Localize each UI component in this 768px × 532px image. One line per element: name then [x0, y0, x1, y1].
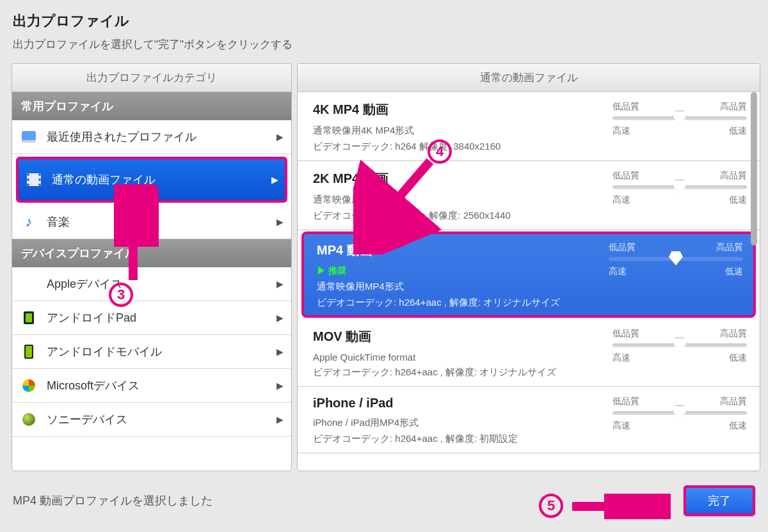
format-iphone-ipad[interactable]: iPhone / iPad iPhone / iPad用MP4形式 ビデオコーデ…	[298, 387, 760, 453]
category-label: アンドロイドPad	[47, 310, 136, 325]
category-android-mobile[interactable]: アンドロイドモバイル ▶	[12, 335, 291, 369]
chevron-right-icon: ▶	[276, 347, 284, 357]
format-codec: ビデオコーデック: h264+aac , 解像度: オリジナルサイズ	[317, 297, 561, 309]
status-text: MP4 動画プロファイルを選択しました	[13, 493, 212, 508]
film-icon	[25, 172, 43, 187]
scrollbar[interactable]	[751, 92, 757, 467]
chevron-right-icon: ▶	[276, 217, 284, 227]
quality-slider[interactable]	[612, 116, 747, 120]
format-desc: Apple QuickTime format	[313, 352, 557, 363]
format-desc: 通常映像用4K MP4形式	[313, 125, 500, 137]
quality-slider[interactable]	[612, 411, 747, 415]
chevron-right-icon: ▶	[276, 380, 284, 391]
quality-slider-block: 低品質高品質 高速低速	[612, 328, 747, 364]
format-mov[interactable]: MOV 動画 Apple QuickTime format ビデオコーデック: …	[298, 319, 760, 387]
category-recent[interactable]: 最近使用されたプロファイル ▶	[12, 120, 291, 154]
category-label: アンドロイドモバイル	[47, 344, 162, 359]
annotation-step-4: 4	[428, 139, 452, 164]
chevron-right-icon: ▶	[271, 175, 278, 185]
annotation-step-3: 3	[109, 283, 133, 307]
format-column-header: 通常の動画ファイル	[298, 64, 760, 92]
windows-icon	[20, 378, 38, 393]
format-scroll[interactable]: 4K MP4 動画 通常映像用4K MP4形式 ビデオコーデック: h264 解…	[298, 92, 760, 471]
quality-slider-block: 低品質高品質 高速低速	[612, 101, 747, 137]
monitor-icon	[20, 129, 38, 145]
annotation-arrow-5	[568, 494, 671, 519]
category-label: Microsoftデバイス	[47, 378, 140, 393]
quality-slider-block: 低品質高品質 高速低速	[612, 170, 747, 206]
chevron-right-icon: ▶	[276, 132, 284, 142]
format-desc: 通常映像用MP4形式	[317, 281, 561, 293]
recommend-badge: ▶ 推奨	[317, 265, 561, 277]
category-sony[interactable]: ソニーデバイス ▶	[12, 403, 291, 437]
quality-slider-block: 低品質高品質 高速低速	[612, 396, 747, 432]
format-desc: iPhone / iPad用MP4形式	[313, 417, 518, 429]
section-header-common: 常用プロファイル	[12, 92, 291, 120]
slider-thumb-icon[interactable]	[673, 405, 687, 419]
chevron-right-icon: ▶	[276, 279, 284, 289]
category-label: 最近使用されたプロファイル	[47, 129, 196, 145]
format-4k-mp4[interactable]: 4K MP4 動画 通常映像用4K MP4形式 ビデオコーデック: h264 解…	[298, 92, 760, 161]
slider-thumb-icon[interactable]	[673, 338, 687, 352]
category-label: ソニーデバイス	[47, 412, 127, 427]
format-title: 4K MP4 動画	[313, 101, 500, 118]
format-title: MOV 動画	[313, 328, 557, 345]
category-column-header: 出力プロファイルカテゴリ	[12, 64, 291, 92]
chevron-right-icon: ▶	[276, 414, 284, 425]
android-mobile-icon	[20, 344, 38, 359]
quality-slider[interactable]	[612, 343, 747, 347]
apple-icon	[20, 276, 38, 292]
format-codec: ビデオコーデック: h264+aac , 解像度: 初期設定	[313, 433, 518, 445]
format-panel: 通常の動画ファイル 4K MP4 動画 通常映像用4K MP4形式 ビデオコーデ…	[297, 63, 760, 471]
category-label: 音楽	[47, 214, 70, 230]
chevron-right-icon: ▶	[276, 313, 284, 323]
format-codec: ビデオコーデック: h264 解像度: 3840x2160	[313, 141, 500, 153]
slider-thumb-icon[interactable]	[669, 251, 683, 265]
quality-slider[interactable]	[612, 185, 747, 189]
android-pad-icon	[20, 310, 38, 325]
dialog-title: 出力プロファイル	[13, 12, 755, 31]
annotation-step-5: 5	[539, 494, 563, 518]
slider-thumb-icon[interactable]	[673, 180, 687, 194]
scrollbar-thumb[interactable]	[751, 92, 757, 246]
quality-slider[interactable]	[609, 257, 743, 261]
category-microsoft[interactable]: Microsoftデバイス ▶	[12, 369, 291, 403]
format-codec: ビデオコーデック: h264+aac , 解像度: オリジナルサイズ	[313, 366, 557, 379]
sony-icon	[20, 412, 38, 427]
quality-slider-block: 低品質高品質 高速低速	[609, 242, 743, 278]
svg-line-1	[366, 161, 430, 235]
category-android-pad[interactable]: アンドロイドPad ▶	[12, 301, 291, 335]
dialog-header: 出力プロファイル 出力プロファイルを選択して"完了"ボタンをクリックする	[0, 0, 768, 57]
music-note-icon: ♪	[20, 214, 38, 230]
format-title: iPhone / iPad	[313, 396, 518, 411]
done-button[interactable]: 完了	[684, 485, 755, 516]
slider-thumb-icon[interactable]	[673, 111, 687, 125]
annotation-arrow-4	[353, 152, 456, 254]
dialog-subtitle: 出力プロファイルを選択して"完了"ボタンをクリックする	[13, 37, 755, 52]
annotation-arrow-3	[114, 184, 159, 286]
